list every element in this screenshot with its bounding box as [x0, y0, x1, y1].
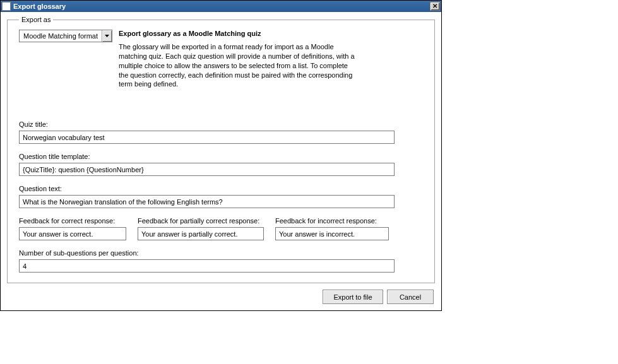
- format-select-value: Moodle Matching format: [20, 30, 102, 42]
- question-text-label: Question text:: [19, 185, 423, 192]
- top-row: Moodle Matching format Export glossary a…: [19, 30, 423, 89]
- export-as-fieldset: Export as Moodle Matching format Export …: [7, 16, 435, 283]
- feedback-incorrect-group: Feedback for incorrect response:: [275, 217, 389, 240]
- feedback-incorrect-input[interactable]: [275, 227, 389, 240]
- titlebar: Export glossary ✕: [1, 1, 441, 12]
- window-title: Export glossary: [13, 3, 430, 10]
- format-select[interactable]: Moodle Matching format: [19, 30, 112, 42]
- num-subquestions-input[interactable]: [19, 259, 395, 273]
- feedback-correct-label: Feedback for correct response:: [19, 217, 126, 225]
- description-text: The glossary will be exported in a forma…: [119, 42, 359, 89]
- question-title-template-input[interactable]: [19, 163, 395, 176]
- cancel-button[interactable]: Cancel: [387, 290, 434, 304]
- feedback-row: Feedback for correct response: Feedback …: [19, 217, 423, 240]
- quiz-title-input[interactable]: [19, 131, 395, 144]
- quiz-title-label: Quiz title:: [19, 120, 423, 128]
- app-icon: [2, 2, 11, 11]
- feedback-partial-input[interactable]: [138, 227, 264, 240]
- feedback-partial-group: Feedback for partially correct response:: [138, 217, 264, 240]
- question-title-template-label: Question title template:: [19, 153, 423, 160]
- format-description: Export glossary as a Moodle Matching qui…: [119, 30, 423, 89]
- dialog-content: Export as Moodle Matching format Export …: [1, 12, 441, 310]
- close-button[interactable]: ✕: [430, 2, 440, 11]
- button-row: Export to file Cancel: [7, 290, 435, 304]
- svg-marker-0: [105, 35, 109, 37]
- form-area: Quiz title: Question title template: Que…: [19, 120, 423, 273]
- feedback-partial-label: Feedback for partially correct response:: [138, 217, 264, 225]
- feedback-correct-input[interactable]: [19, 227, 126, 240]
- feedback-correct-group: Feedback for correct response:: [19, 217, 126, 240]
- dialog-window: Export glossary ✕ Export as Moodle Match…: [0, 0, 442, 311]
- feedback-incorrect-label: Feedback for incorrect response:: [275, 217, 389, 225]
- fieldset-legend: Export as: [19, 16, 53, 23]
- format-select-dropdown-button[interactable]: [102, 30, 112, 42]
- description-title: Export glossary as a Moodle Matching qui…: [119, 30, 423, 37]
- question-text-input[interactable]: [19, 195, 395, 208]
- close-icon: ✕: [432, 3, 437, 9]
- chevron-down-icon: [105, 35, 109, 37]
- export-button[interactable]: Export to file: [323, 290, 383, 304]
- num-subquestions-label: Number of sub-questions per question:: [19, 249, 423, 257]
